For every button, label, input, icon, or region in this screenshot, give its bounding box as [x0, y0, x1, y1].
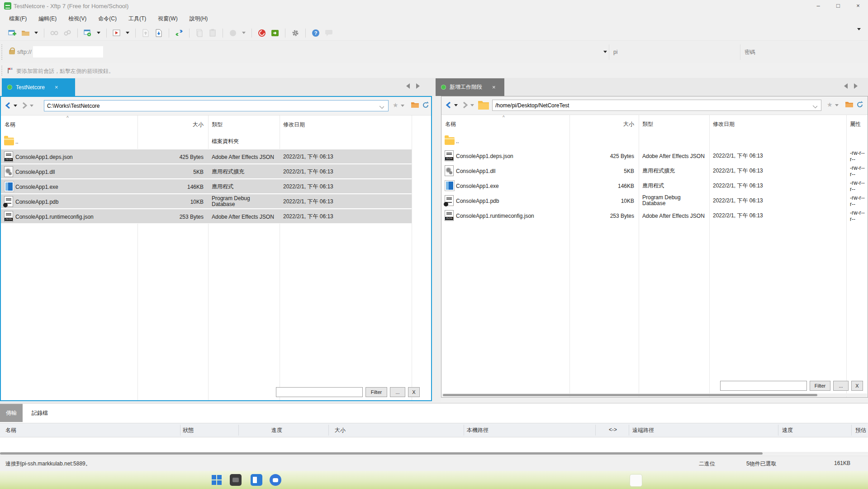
- col-speed[interactable]: 速度: [782, 427, 793, 434]
- bookmark-star-icon[interactable]: ★: [827, 101, 833, 108]
- open-dropdown-icon[interactable]: [34, 32, 38, 34]
- column-type[interactable]: 類型: [642, 120, 653, 128]
- column-size[interactable]: 大小: [138, 121, 204, 129]
- settings-gear-icon[interactable]: [290, 28, 300, 38]
- forward-icon[interactable]: [20, 101, 29, 110]
- file-row[interactable]: ConsoleApp1.exe 146KB 應用程式 2022/2/1, 下午 …: [441, 178, 868, 193]
- scrollbar-thumb[interactable]: [443, 394, 817, 396]
- menu-help[interactable]: 說明(H): [190, 15, 208, 23]
- col-progress[interactable]: 進度: [271, 427, 282, 434]
- refresh-icon[interactable]: [856, 101, 864, 109]
- prev-tab-icon[interactable]: [406, 83, 410, 89]
- menu-command[interactable]: 命令(C): [98, 15, 117, 23]
- filter-input[interactable]: [720, 381, 807, 391]
- file-row[interactable]: JSON ConsoleApp1.deps.json 425 Bytes Ado…: [441, 149, 868, 163]
- xshell-icon[interactable]: [257, 28, 267, 38]
- properties-dropdown-icon[interactable]: [97, 32, 100, 34]
- maximize-button[interactable]: □: [828, 0, 848, 12]
- col-status[interactable]: 狀態: [183, 427, 194, 434]
- column-date[interactable]: 修改日期: [713, 120, 735, 128]
- back-icon[interactable]: [4, 101, 13, 110]
- file-row[interactable]: ConsoleApp1.exe 146KB 應用程式 2022/2/1, 下午 …: [1, 179, 412, 194]
- filter-input[interactable]: [276, 387, 363, 397]
- dark-app-icon[interactable]: [230, 474, 242, 486]
- filter-button[interactable]: Filter: [810, 381, 830, 391]
- active-app-icon[interactable]: [630, 474, 642, 487]
- remote-h-scrollbar[interactable]: [442, 393, 867, 397]
- xagent-icon[interactable]: [270, 28, 280, 38]
- disconnect-icon[interactable]: [49, 28, 59, 38]
- local-path-input[interactable]: [44, 100, 389, 111]
- col-local-path[interactable]: 本機路徑: [467, 427, 489, 434]
- column-date[interactable]: 修改日期: [283, 121, 305, 129]
- user-icon[interactable]: [228, 28, 238, 38]
- menu-window[interactable]: 視窗(W): [158, 15, 177, 23]
- reconnect-icon[interactable]: [62, 28, 72, 38]
- transfer-icon[interactable]: [174, 28, 184, 38]
- file-row[interactable]: ConsoleApp1.pdb 10KB Program Debug Datab…: [1, 194, 412, 209]
- prev-tab-icon[interactable]: [844, 83, 848, 89]
- copy-icon[interactable]: [194, 28, 204, 38]
- tab-close-icon[interactable]: ×: [492, 84, 496, 91]
- forward-icon[interactable]: [460, 101, 470, 110]
- column-name[interactable]: 名稱: [445, 120, 456, 128]
- menu-file[interactable]: 檔案(F): [9, 15, 27, 23]
- tab-close-icon[interactable]: ×: [55, 84, 58, 91]
- minimize-button[interactable]: –: [808, 0, 828, 12]
- windows-start-icon[interactable]: [211, 474, 223, 486]
- col-remote-path[interactable]: 遠端路徑: [632, 427, 654, 434]
- transfer-h-scrollbar[interactable]: [0, 452, 868, 455]
- file-row[interactable]: ConsoleApp1.dll 5KB 應用程式擴充 2022/2/1, 下午 …: [441, 163, 868, 178]
- session-properties-icon[interactable]: [83, 28, 93, 38]
- session-tab-left[interactable]: TestNetcore ×: [2, 78, 75, 96]
- menu-view[interactable]: 檢視(V): [68, 15, 86, 23]
- file-row[interactable]: ConsoleApp1.pdb 10KB Program Debug Datab…: [441, 193, 868, 208]
- download-icon[interactable]: [154, 28, 164, 38]
- filter-button[interactable]: Filter: [365, 387, 387, 397]
- filter-more-button[interactable]: ...: [390, 387, 405, 397]
- file-row[interactable]: JSON ConsoleApp1.runtimeconfig.json 253 …: [441, 208, 868, 223]
- forward-dropdown-icon[interactable]: [470, 104, 474, 106]
- forward-dropdown-icon[interactable]: [30, 105, 33, 107]
- open-folder-icon[interactable]: [20, 28, 30, 38]
- pane-splitter[interactable]: [432, 96, 441, 401]
- file-row[interactable]: ..: [441, 134, 868, 149]
- file-row[interactable]: .. 檔案資料夾: [1, 134, 412, 149]
- menu-tools[interactable]: 工具(T): [128, 15, 146, 23]
- toolbar-overflow-icon[interactable]: [857, 28, 861, 30]
- user-dropdown-icon[interactable]: [242, 32, 246, 34]
- tab-transfer[interactable]: 傳輸: [0, 404, 23, 422]
- col-name[interactable]: 名稱: [5, 427, 16, 434]
- next-tab-icon[interactable]: [416, 83, 420, 89]
- upload-icon[interactable]: [141, 28, 151, 38]
- next-tab-icon[interactable]: [854, 83, 858, 89]
- file-row[interactable]: ConsoleApp1.dll 5KB 應用程式擴充 2022/2/1, 下午 …: [1, 164, 412, 179]
- bookmark-dropdown-icon[interactable]: [835, 104, 839, 106]
- new-session-icon[interactable]: [7, 28, 17, 38]
- filter-close-button[interactable]: X: [851, 381, 863, 391]
- session-tab-right[interactable]: 新增工作階段 ×: [436, 78, 504, 96]
- file-row[interactable]: JSON ConsoleApp1.runtimeconfig.json 253 …: [1, 209, 412, 224]
- file-row[interactable]: JSON ConsoleApp1.deps.json 425 Bytes Ado…: [1, 149, 412, 164]
- bookmark-dropdown-icon[interactable]: [401, 105, 404, 107]
- tab-log[interactable]: 記錄檔: [26, 404, 54, 422]
- back-icon[interactable]: [444, 101, 453, 110]
- refresh-icon[interactable]: [422, 101, 430, 109]
- open-directory-icon[interactable]: [411, 101, 419, 109]
- blue-app-icon[interactable]: [251, 474, 262, 486]
- menu-edit[interactable]: 編輯(E): [38, 15, 57, 23]
- filter-more-button[interactable]: ...: [833, 381, 849, 391]
- column-size[interactable]: 大小: [569, 120, 634, 128]
- back-dropdown-icon[interactable]: [454, 104, 458, 106]
- run-dropdown-icon[interactable]: [126, 32, 129, 34]
- remote-path-input[interactable]: [492, 100, 821, 111]
- host-dropdown-icon[interactable]: [603, 51, 607, 53]
- column-type[interactable]: 類型: [212, 121, 223, 129]
- column-attr[interactable]: 屬性: [850, 120, 861, 128]
- bookmark-star-icon[interactable]: ★: [393, 101, 398, 109]
- username-input[interactable]: [610, 45, 739, 59]
- help-icon[interactable]: ?: [311, 28, 321, 38]
- feedback-icon[interactable]: [324, 28, 334, 38]
- filter-close-button[interactable]: X: [408, 387, 420, 397]
- password-input[interactable]: [741, 45, 868, 59]
